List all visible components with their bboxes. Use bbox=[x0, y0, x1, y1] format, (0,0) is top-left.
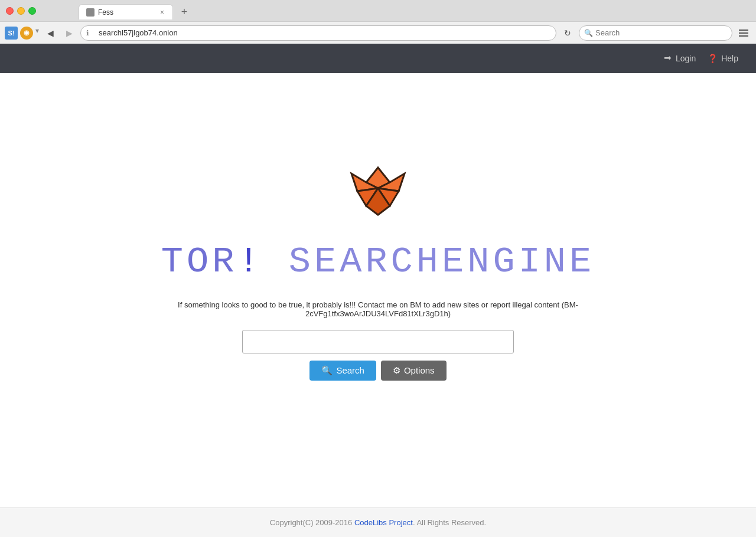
app-nav: ⮕ Login ❓ Help bbox=[0, 44, 756, 73]
site-logo bbox=[340, 150, 416, 227]
site-title: Tor! SearchEngine bbox=[161, 241, 595, 283]
footer: Copyright(C) 2009-2016 CodeLibs Project.… bbox=[0, 507, 756, 537]
search-button[interactable]: 🔍 Search bbox=[309, 361, 376, 381]
logo-container bbox=[340, 150, 416, 229]
search-input-wrap bbox=[242, 330, 514, 353]
tab-bar: Fess × + bbox=[43, 2, 227, 19]
browser-search-input[interactable] bbox=[595, 28, 727, 37]
help-icon: ❓ bbox=[708, 54, 718, 63]
forward-button[interactable]: ▶ bbox=[61, 25, 77, 41]
new-tab-button[interactable]: + bbox=[177, 4, 192, 19]
login-icon: ⮕ bbox=[664, 54, 672, 63]
site-title-tor: Tor bbox=[161, 241, 238, 283]
search-input[interactable] bbox=[242, 330, 514, 353]
main-content: Tor! SearchEngine If something looks to … bbox=[0, 73, 756, 457]
browser-tab[interactable]: Fess × bbox=[79, 4, 173, 19]
codelibs-link[interactable]: CodeLibs Project bbox=[354, 518, 413, 527]
close-window-button[interactable] bbox=[6, 7, 14, 15]
back-icon: ◀ bbox=[47, 28, 54, 38]
browser-search-bar: 🔍 bbox=[579, 25, 732, 41]
search-button-label: Search bbox=[336, 365, 364, 375]
copyright-text: Copyright(C) 2009-2016 bbox=[270, 518, 354, 527]
extension-dropdown[interactable]: ▾ bbox=[35, 27, 39, 40]
browser-search-icon: 🔍 bbox=[584, 29, 593, 37]
extension-icon-1[interactable]: S! bbox=[5, 27, 18, 40]
notice-text: If something looks to good to be true, i… bbox=[142, 300, 614, 318]
login-label: Login bbox=[676, 54, 696, 63]
browser-chrome: Fess × + S! ◉ ▾ ◀ ▶ ℹ ↻ 🔍 bbox=[0, 0, 756, 44]
footer-copyright: Copyright(C) 2009-2016 CodeLibs Project.… bbox=[270, 518, 486, 527]
search-button-icon: 🔍 bbox=[321, 365, 333, 376]
search-buttons: 🔍 Search ⚙ Options bbox=[309, 361, 446, 381]
site-title-engine: SearchEngine bbox=[263, 241, 595, 283]
menu-button[interactable] bbox=[736, 25, 751, 41]
site-title-exclamation: ! bbox=[237, 241, 263, 283]
back-button[interactable]: ◀ bbox=[43, 25, 58, 41]
reload-icon: ↻ bbox=[564, 28, 571, 38]
info-icon: ℹ bbox=[86, 29, 89, 37]
address-input[interactable] bbox=[80, 25, 556, 41]
login-link[interactable]: ⮕ Login bbox=[664, 54, 696, 63]
help-link[interactable]: ❓ Help bbox=[708, 54, 738, 63]
help-label: Help bbox=[721, 54, 738, 63]
nav-bar: S! ◉ ▾ ◀ ▶ ℹ ↻ 🔍 bbox=[0, 21, 756, 44]
options-button-label: Options bbox=[404, 365, 435, 375]
copyright-suffix: . All Rights Reserved. bbox=[413, 518, 486, 527]
address-bar-wrap: ℹ bbox=[80, 25, 556, 41]
maximize-window-button[interactable] bbox=[28, 7, 36, 15]
tab-favicon bbox=[86, 8, 94, 17]
options-button[interactable]: ⚙ Options bbox=[381, 361, 447, 381]
minimize-window-button[interactable] bbox=[17, 7, 25, 15]
forward-icon: ▶ bbox=[66, 28, 73, 38]
reload-button[interactable]: ↻ bbox=[560, 25, 575, 41]
tab-close-button[interactable]: × bbox=[159, 8, 165, 17]
options-button-icon: ⚙ bbox=[393, 365, 400, 376]
extension-icon-2[interactable]: ◉ bbox=[20, 27, 33, 40]
tab-title: Fess bbox=[98, 8, 155, 17]
extension-icons: S! ◉ ▾ bbox=[5, 27, 39, 40]
title-bar: Fess × + bbox=[0, 0, 756, 21]
window-controls bbox=[6, 7, 36, 15]
search-container: 🔍 Search ⚙ Options bbox=[12, 330, 744, 381]
